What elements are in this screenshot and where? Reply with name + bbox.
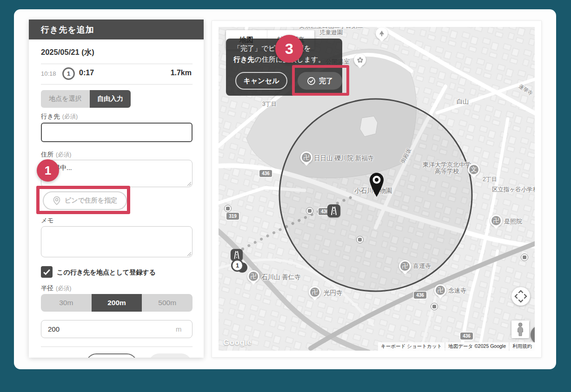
school-pin-icon: 文	[468, 163, 480, 176]
map-label-nensokuji: 念速寺	[448, 287, 466, 295]
map-label-kiunji: 喜運寺	[413, 262, 431, 270]
divider	[41, 84, 193, 85]
bus-stop-icon	[224, 205, 232, 212]
divider	[41, 64, 193, 64]
radius-value-input[interactable]	[41, 320, 193, 338]
resize-handle-icon[interactable]	[187, 182, 192, 186]
bus-stop-icon	[356, 236, 364, 243]
trip-stop-number: 1	[62, 67, 75, 80]
map-label-shinpukuji: 日日山 礫川院 新福寺	[314, 154, 374, 163]
temple-pin-icon: 卍	[399, 260, 411, 272]
flower-icon	[357, 57, 364, 64]
google-logo[interactable]: Google	[223, 338, 252, 347]
map-canvas[interactable]: 文京区立白山二丁目第二児童遊園 公開温室 3丁目 卍 日日山 礫川院 新福寺 東…	[219, 27, 535, 351]
highway-icon	[327, 204, 340, 217]
map-label-school: 東洋大学京北中学高等学校	[422, 162, 471, 175]
route-badge: 436	[414, 292, 426, 299]
radius-option-500m[interactable]: 500m	[142, 294, 193, 312]
memo-label: メモ	[41, 216, 54, 225]
manji-icon: 卍	[491, 216, 501, 225]
manji-icon: 卍	[249, 272, 258, 281]
map-label-koenji: 光円寺	[324, 289, 343, 297]
tab-free-input[interactable]: 自由入力	[90, 90, 131, 108]
confirm-button-clipped[interactable]	[149, 353, 192, 358]
school-kanji-icon: 文	[469, 165, 478, 174]
address-textarea[interactable]: 取得中...	[41, 160, 193, 187]
keyboard-shortcuts-link[interactable]: キーボード ショートカット	[378, 342, 445, 351]
trip-start-time: 10:18	[41, 70, 56, 77]
street-view-pegman[interactable]	[511, 320, 529, 338]
radius-option-200m[interactable]: 200m	[92, 294, 142, 312]
route-badge: 436	[460, 333, 473, 340]
panel-title: 行き先を追加	[29, 20, 204, 39]
manji-icon: 卍	[436, 286, 445, 295]
trip-duration: 0:17	[79, 69, 94, 77]
cancel-button-clipped[interactable]	[86, 353, 137, 358]
route-badge: 436	[259, 170, 272, 177]
map-data-copyright: 地図データ ©2025 Google	[445, 342, 509, 351]
bus-stop-icon	[306, 207, 313, 215]
temple-pin-icon: 卍	[300, 151, 312, 163]
route-marker-1: 1	[231, 259, 244, 272]
annotation-badge-3: 3	[275, 35, 303, 63]
register-checkbox-label: この行き先を地点として登録する	[57, 268, 156, 277]
temple-pin-icon: 卍	[247, 270, 259, 282]
manji-icon: 卍	[400, 261, 410, 271]
tooltip-cancel-button[interactable]: キャンセル	[235, 72, 287, 90]
register-checkbox[interactable]	[41, 266, 53, 278]
park-pin-icon	[376, 27, 388, 39]
map-label-3chome: 3丁目	[262, 100, 277, 108]
manji-icon: 卍	[302, 153, 311, 162]
pegman-icon	[515, 322, 525, 336]
map-attribution: キーボード ショートカット 地図データ ©2025 Google 利用規約	[378, 342, 535, 351]
resize-handle-icon[interactable]	[187, 252, 192, 256]
temple-pin-icon: 卍	[434, 284, 446, 296]
radius-segmented-control: 30m 200m 500m	[41, 294, 193, 312]
trip-distance: 1.7km	[171, 69, 192, 77]
manji-icon: 卍	[310, 287, 319, 297]
annotation-badge-1: 1	[37, 159, 59, 182]
map-label-zeshoin: 是照院	[504, 217, 522, 226]
map-panel: 文京区立白山二丁目第二児童遊園 公開温室 3丁目 卍 日日山 礫川院 新福寺 東…	[212, 20, 542, 358]
map-label-sashigaya-school: 区立指ヶ谷小学校	[492, 186, 535, 194]
trip-date: 2025/05/21 (水)	[41, 47, 94, 58]
annotation-rect-step3	[292, 65, 349, 96]
annotation-rect-step1	[36, 186, 130, 214]
destination-pin[interactable]	[368, 172, 385, 201]
input-mode-tabs: 地点を選択 自由入力	[41, 90, 131, 108]
flower-pin-icon	[354, 54, 366, 66]
bus-stop-icon	[431, 303, 438, 310]
terms-link[interactable]: 利用規約	[510, 342, 535, 351]
pan-control[interactable]	[511, 287, 530, 306]
radius-unit: m	[176, 325, 182, 333]
destination-label: 行き先(必須)	[41, 112, 78, 121]
bus-stop-icon	[521, 254, 528, 261]
map-label-zenninji: 石川山 善仁寺	[261, 273, 301, 281]
temple-pin-icon: 卍	[490, 215, 502, 227]
map-label-hakusan: 白山	[457, 98, 469, 106]
route-badge: 319	[226, 213, 239, 220]
memo-textarea[interactable]	[41, 226, 193, 257]
map-label-2chome: 2丁目	[483, 176, 497, 183]
destination-input[interactable]	[41, 123, 193, 142]
checkmark-icon	[42, 268, 51, 276]
address-label: 住所(必須)	[41, 150, 71, 159]
radius-option-30m[interactable]: 30m	[41, 294, 92, 312]
radius-label: 半径(必須)	[41, 284, 71, 293]
tree-icon	[378, 30, 385, 37]
tab-select-point[interactable]: 地点を選択	[41, 90, 90, 108]
pan-arrows-icon	[511, 287, 530, 306]
divider	[41, 346, 193, 347]
temple-pin-icon: 卍	[309, 286, 321, 298]
